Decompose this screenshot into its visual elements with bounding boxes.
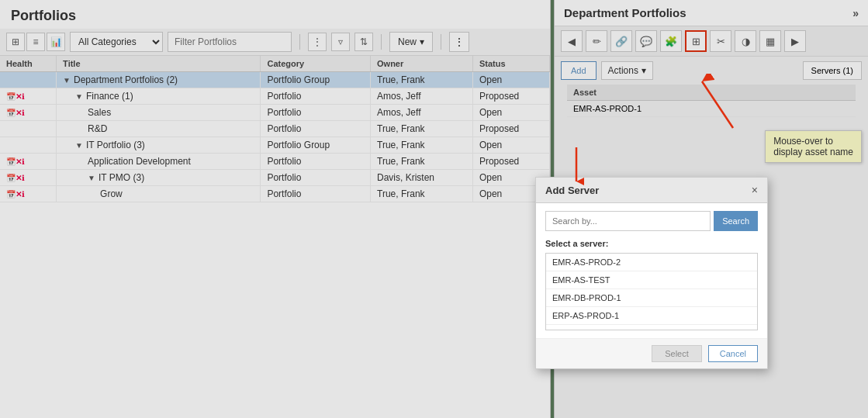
modal-close-button[interactable]: ×: [752, 184, 758, 196]
modal-footer: Select Cancel: [536, 338, 767, 368]
add-server-modal: Add Server × Search Select a server: EMR…: [535, 177, 768, 369]
search-row: Search: [545, 211, 758, 231]
server-list-item[interactable]: EMR-AS-PROD-2: [546, 254, 757, 271]
server-search-input[interactable]: [545, 211, 711, 231]
server-list-item[interactable]: ERP-AS-PROD-1: [546, 307, 757, 325]
select-modal-button[interactable]: Select: [652, 345, 702, 362]
search-button[interactable]: Search: [714, 211, 758, 231]
select-server-label: Select a server:: [545, 239, 758, 248]
modal-body: Search Select a server: EMR-AS-PROD-2EMR…: [536, 203, 767, 338]
server-list: EMR-AS-PROD-2EMR-AS-TESTEMR-DB-PROD-1ERP…: [545, 253, 758, 330]
cancel-modal-button[interactable]: Cancel: [708, 345, 758, 362]
modal-header: Add Server ×: [536, 178, 767, 203]
modal-title: Add Server: [545, 185, 599, 196]
server-list-item[interactable]: EMR-DB-PROD-1: [546, 289, 757, 307]
server-list-item[interactable]: EMR-AS-TEST: [546, 271, 757, 289]
